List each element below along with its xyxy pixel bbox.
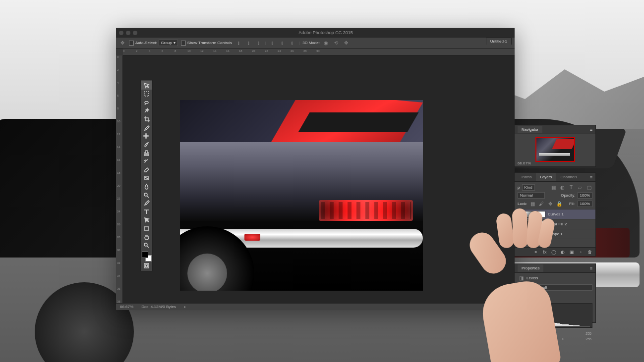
svg-rect-3 [144, 227, 149, 230]
tab-navigator[interactable]: Navigator [518, 126, 542, 133]
auto-select-label: Auto-Select: [135, 41, 157, 45]
document-tab[interactable]: Untitled-1 [486, 38, 512, 45]
tab-layers[interactable]: Layers [536, 173, 556, 181]
stamp-tool[interactable] [141, 149, 152, 157]
input-high[interactable]: 255 [585, 332, 591, 335]
navigator-thumbnail[interactable] [535, 137, 575, 162]
canvas[interactable] [180, 100, 423, 291]
delete-layer-icon[interactable]: 🗑 [586, 249, 592, 255]
lock-pixels-icon[interactable]: 🖌 [538, 200, 545, 207]
options-bar: ✥ Auto-Select: Group▾ Show Transform Con… [116, 38, 515, 49]
layer-name[interactable]: Curves 1 [548, 212, 564, 216]
path-select-tool[interactable] [141, 216, 152, 224]
titlebar[interactable]: Adobe Photoshop CC 2015 [116, 28, 515, 38]
close-window-button[interactable] [119, 31, 123, 35]
app-title: Adobe Photoshop CC 2015 [140, 30, 512, 35]
ruler-vertical[interactable]: 02468101214161820222426283032343638 [116, 55, 123, 303]
minimize-window-button[interactable] [126, 31, 130, 35]
filter-smart-icon[interactable]: ▢ [585, 184, 592, 191]
distribute-icon[interactable]: ⫾ [289, 40, 295, 47]
auto-select-checkbox[interactable] [129, 41, 134, 46]
blur-tool[interactable] [141, 182, 152, 191]
color-swatches[interactable] [142, 252, 152, 261]
distribute-icon[interactable]: ⫾ [269, 40, 276, 47]
healing-tool[interactable] [141, 132, 152, 140]
crop-tool[interactable] [141, 115, 152, 123]
move-tool-icon: ✥ [119, 40, 126, 47]
svg-rect-0 [144, 92, 149, 96]
brush-tool[interactable] [141, 140, 152, 149]
navigator-panel: Navigator ≡ 66.67% [514, 125, 596, 167]
mode-3d-label: 3D Mode: [302, 41, 320, 45]
dodge-tool[interactable] [141, 191, 152, 199]
show-transform-label: Show Transform Controls [187, 41, 232, 45]
workspace [123, 55, 515, 303]
new-layer-icon[interactable]: ▫ [578, 249, 584, 255]
rectangle-tool[interactable] [141, 224, 152, 233]
fill-field[interactable]: 100% [578, 201, 592, 207]
blend-mode-dropdown[interactable]: Normal [518, 192, 545, 199]
tab-channels[interactable]: Channels [556, 173, 581, 181]
filter-type-icon[interactable]: T [568, 184, 575, 191]
fill-label: Fill: [569, 202, 575, 206]
zoom-window-button[interactable] [133, 31, 137, 35]
lasso-tool[interactable] [141, 98, 152, 106]
svg-point-2 [144, 193, 147, 196]
tab-paths[interactable]: Paths [518, 173, 535, 181]
status-bar: 66.67% Doc: 4.12M/0 Bytes ▸ [116, 303, 515, 310]
output-high[interactable]: 255 [585, 337, 591, 341]
navigator-zoom[interactable]: 66.67% [518, 161, 531, 165]
pen-tool[interactable] [141, 199, 152, 207]
show-transform-checkbox[interactable] [181, 41, 186, 46]
auto-select-dropdown[interactable]: Group▾ [159, 40, 178, 46]
filter-adjust-icon[interactable]: ◐ [559, 184, 566, 191]
opacity-field[interactable]: 100% [578, 192, 592, 199]
filter-image-icon[interactable]: ▦ [550, 184, 557, 191]
mode-3d-icon[interactable]: ✥ [343, 40, 350, 47]
lock-transparency-icon[interactable]: ▦ [529, 200, 536, 207]
align-icon[interactable]: ⫿ [245, 40, 252, 47]
distribute-icon[interactable]: ⫾ [279, 40, 286, 47]
lock-position-icon[interactable]: ✥ [547, 200, 554, 207]
mode-3d-icon[interactable]: ◉ [323, 40, 330, 47]
zoom-level[interactable]: 66.67% [120, 305, 133, 309]
filter-shape-icon[interactable]: ▱ [577, 184, 584, 191]
mode-3d-icon[interactable]: ⟲ [333, 40, 340, 47]
lock-all-icon[interactable]: 🔒 [556, 200, 563, 207]
opacity-label: Opacity: [561, 193, 575, 198]
eyedropper-tool[interactable] [141, 123, 152, 132]
ruler-horizontal[interactable]: 024681012141618202224262830 [123, 49, 515, 55]
tools-panel [140, 80, 153, 271]
history-brush-tool[interactable] [141, 157, 152, 165]
hand-tool[interactable] [141, 233, 152, 241]
wand-tool[interactable] [141, 106, 152, 115]
hand-illustration [470, 233, 570, 362]
layer-filter-dropdown[interactable]: Kind [522, 184, 535, 191]
doc-info[interactable]: Doc: 4.12M/0 Bytes [141, 305, 176, 309]
marquee-tool[interactable] [141, 90, 152, 98]
quick-mask-tool[interactable] [141, 261, 152, 270]
svg-point-4 [144, 243, 147, 246]
chevron-right-icon[interactable]: ▸ [184, 305, 186, 309]
panel-menu-icon[interactable]: ≡ [590, 266, 592, 271]
canvas-image [180, 100, 423, 291]
eraser-tool[interactable] [141, 165, 152, 174]
svg-point-6 [145, 264, 148, 267]
type-tool[interactable] [141, 207, 152, 216]
photoshop-window: Adobe Photoshop CC 2015 Untitled-1 ✥ Aut… [116, 28, 515, 310]
move-tool[interactable] [141, 81, 152, 90]
zoom-tool[interactable] [141, 241, 152, 250]
gradient-tool[interactable] [141, 174, 152, 182]
foreground-color-swatch[interactable] [142, 252, 148, 258]
panel-menu-icon[interactable]: ≡ [590, 127, 592, 132]
align-icon[interactable]: ⫿ [235, 40, 242, 47]
panel-menu-icon[interactable]: ≡ [590, 175, 592, 180]
lock-label: Lock: [518, 202, 527, 206]
align-icon[interactable]: ⫿ [255, 40, 262, 47]
